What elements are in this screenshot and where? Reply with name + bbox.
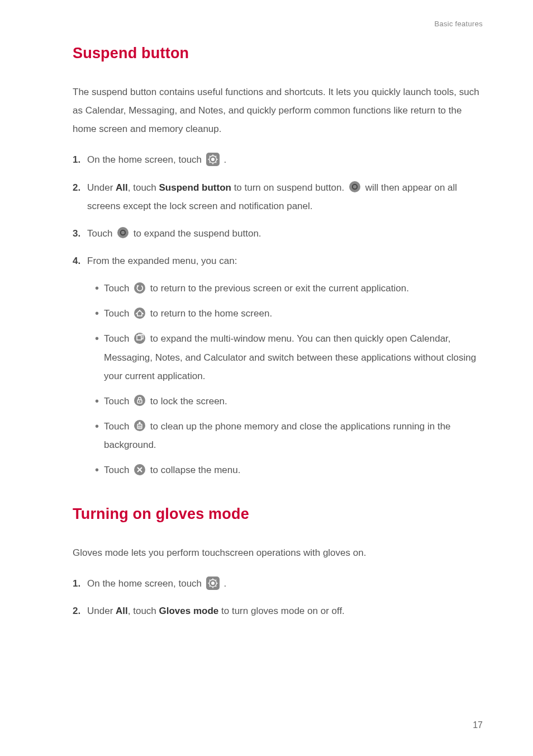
step-body: On the home screen, touch . bbox=[87, 150, 483, 169]
step-body: Under All, touch Gloves mode to turn glo… bbox=[87, 602, 483, 620]
svg-point-11 bbox=[349, 181, 360, 192]
step-1-gloves: 1. On the home screen, touch . bbox=[73, 574, 483, 593]
page-number: 17 bbox=[473, 716, 483, 734]
bullet-dot: • bbox=[95, 417, 104, 435]
bullet-body: Touch to return to the home screen. bbox=[104, 304, 483, 323]
svg-point-15 bbox=[134, 282, 145, 294]
lock-icon bbox=[134, 394, 146, 407]
bullet-dot: • bbox=[95, 329, 104, 347]
text: Touch bbox=[104, 421, 132, 432]
bullet-body: Touch to expand the multi-window menu. Y… bbox=[104, 329, 483, 385]
cleanup-icon bbox=[134, 419, 146, 432]
suspend-button-icon bbox=[117, 226, 129, 239]
step-3: 3. Touch to expand the suspend button. bbox=[73, 224, 483, 243]
text: Touch bbox=[104, 283, 132, 294]
back-icon bbox=[134, 282, 146, 294]
step-1: 1. On the home screen, touch . bbox=[73, 150, 483, 169]
text: Under bbox=[87, 182, 116, 193]
svg-point-22 bbox=[139, 401, 140, 402]
bullet-dot: • bbox=[95, 461, 104, 479]
text: to return to the home screen. bbox=[150, 308, 272, 319]
bullet-multiwindow: • Touch to expand the multi-window menu.… bbox=[95, 329, 483, 385]
text: to expand the multi-window menu. You can… bbox=[104, 333, 476, 381]
text: to collapse the menu. bbox=[150, 465, 241, 475]
text: Under bbox=[87, 606, 116, 616]
bold-all: All bbox=[116, 606, 128, 616]
bold-suspend-button: Suspend button bbox=[159, 182, 231, 193]
multiwindow-icon bbox=[134, 332, 146, 344]
text: Touch bbox=[104, 308, 132, 319]
bullet-body: Touch to collapse the menu. bbox=[104, 461, 483, 479]
bullet-home: • Touch to return to the home screen. bbox=[95, 304, 483, 323]
step-body: Touch to expand the suspend button. bbox=[87, 224, 483, 243]
text: . bbox=[224, 578, 227, 589]
bullet-body: Touch to return to the previous screen o… bbox=[104, 279, 483, 297]
bold-all: All bbox=[116, 182, 128, 193]
settings-icon bbox=[206, 577, 220, 590]
bullet-body: Touch to lock the screen. bbox=[104, 392, 483, 410]
bullet-cleanup: • Touch to clean up the phone memory and… bbox=[95, 417, 483, 454]
close-icon bbox=[134, 464, 146, 476]
step-4: 4. From the expanded menu, you can: bbox=[73, 252, 483, 270]
suspend-button-icon bbox=[349, 181, 361, 193]
text: to lock the screen. bbox=[150, 396, 227, 407]
step-number: 4. bbox=[73, 252, 87, 270]
text: Touch bbox=[87, 228, 115, 239]
bold-gloves-mode: Gloves mode bbox=[159, 606, 219, 616]
step-number: 1. bbox=[73, 574, 87, 593]
expanded-menu-list: • Touch to return to the previous screen… bbox=[95, 279, 483, 479]
step-body: Under All, touch Suspend button to turn … bbox=[87, 178, 483, 215]
text: to turn on suspend button. bbox=[231, 182, 347, 193]
bullet-dot: • bbox=[95, 392, 104, 410]
text: From the expanded menu, you can: bbox=[87, 256, 237, 266]
bullet-body: Touch to clean up the phone memory and c… bbox=[104, 417, 483, 454]
step-2-gloves: 2. Under All, touch Gloves mode to turn … bbox=[73, 602, 483, 620]
settings-icon bbox=[206, 153, 220, 166]
text: Touch bbox=[104, 396, 132, 407]
text: On the home screen, touch bbox=[87, 578, 204, 589]
home-icon bbox=[134, 307, 146, 319]
step-2: 2. Under All, touch Suspend button to tu… bbox=[73, 178, 483, 215]
step-number: 2. bbox=[73, 602, 87, 620]
bullet-dot: • bbox=[95, 279, 104, 297]
step-body: From the expanded menu, you can: bbox=[87, 252, 483, 270]
text: , touch bbox=[128, 606, 159, 616]
step-body: On the home screen, touch . bbox=[87, 574, 483, 593]
text: , touch bbox=[128, 182, 159, 193]
svg-point-20 bbox=[134, 395, 145, 406]
step-number: 3. bbox=[73, 224, 87, 243]
svg-point-13 bbox=[117, 227, 129, 238]
text: to clean up the phone memory and close t… bbox=[104, 421, 451, 450]
text: to return to the previous screen or exit… bbox=[150, 283, 409, 294]
intro-paragraph-2: Gloves mode lets you perform touchscreen… bbox=[73, 544, 483, 562]
step-number: 1. bbox=[73, 150, 87, 169]
step-number: 2. bbox=[73, 178, 87, 197]
svg-point-17 bbox=[134, 308, 145, 319]
intro-paragraph-1: The suspend button contains useful funct… bbox=[73, 83, 483, 138]
heading-gloves-mode: Turning on gloves mode bbox=[73, 499, 483, 529]
bullet-collapse: • Touch to collapse the menu. bbox=[95, 461, 483, 479]
bullet-back: • Touch to return to the previous screen… bbox=[95, 279, 483, 297]
text: to expand the suspend button. bbox=[134, 228, 261, 239]
svg-point-2 bbox=[211, 158, 215, 161]
text: to turn gloves mode on or off. bbox=[218, 606, 345, 616]
heading-suspend-button: Suspend button bbox=[73, 39, 483, 68]
text: On the home screen, touch bbox=[87, 154, 204, 165]
bullet-dot: • bbox=[95, 304, 104, 322]
header-section-label: Basic features bbox=[73, 17, 483, 31]
text: Touch bbox=[104, 465, 132, 475]
text: Touch bbox=[104, 333, 132, 344]
bullet-lock: • Touch to lock the screen. bbox=[95, 392, 483, 410]
svg-point-34 bbox=[211, 582, 215, 585]
text: . bbox=[224, 154, 227, 165]
